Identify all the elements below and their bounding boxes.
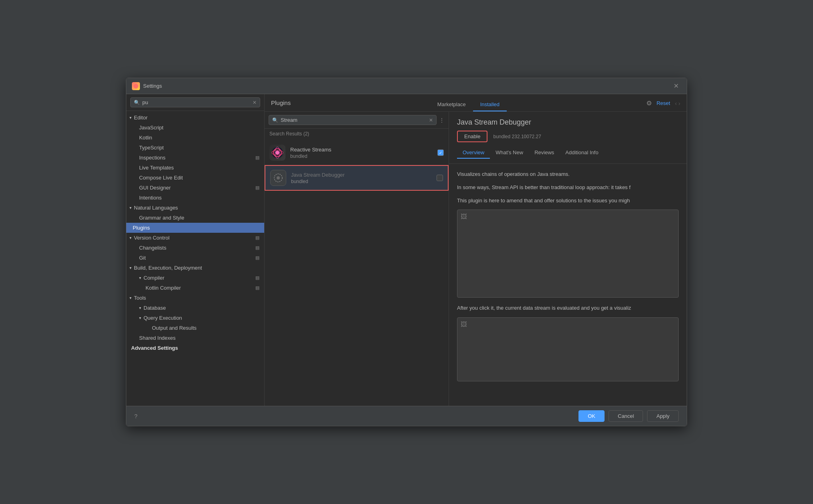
detail-panel: Java Stream Debugger Enable bundled 232.… [449,112,687,406]
sidebar-item-compose-live-edit[interactable]: Compose Live Edit [126,173,264,183]
sidebar-item-intentions[interactable]: Intentions [126,193,264,203]
chevron-down-icon: ▾ [139,276,141,280]
sidebar-item-output-results[interactable]: Output and Results [126,323,264,333]
sidebar-item-typescript[interactable]: TypeScript [126,143,264,153]
tab-additional-info[interactable]: Additional Info [560,147,604,159]
sidebar-item-label: Shared Indexes [139,335,176,341]
title-bar: Settings ✕ [126,78,687,94]
sidebar-item-natural-languages[interactable]: ▾ Natural Languages [126,203,264,213]
sidebar-item-kotlin-compiler[interactable]: Kotlin Compiler ▤ [126,283,264,293]
detail-desc2: In some ways, Stream API is better than … [457,183,679,192]
tab-reviews[interactable]: Reviews [529,147,560,159]
help-button[interactable]: ? [134,413,138,419]
plugins-list: Reactive Streams bundled ✓ [265,139,449,406]
chevron-down-icon: ▾ [129,115,131,120]
chevron-down-icon: ▾ [139,316,141,320]
sidebar-search-clear[interactable]: ✕ [253,100,257,105]
nav-arrows: ‹ › [675,100,680,107]
settings-icon: ▤ [255,285,259,290]
sidebar-item-git[interactable]: Git ▤ [126,253,264,263]
sidebar-item-javascript[interactable]: JavaScript [126,123,264,133]
sidebar-item-live-templates[interactable]: Live Templates [126,163,264,173]
settings-icon: ▤ [255,185,259,190]
plugin-name: Java Stream Debugger [291,172,432,178]
sidebar-search-input[interactable] [142,99,250,105]
sidebar-item-label: Compiler [144,275,164,281]
nav-back-arrow[interactable]: ‹ [675,100,677,107]
chevron-down-icon: ▾ [129,266,131,270]
plugin-search-clear[interactable]: ✕ [429,117,433,123]
cancel-button[interactable]: Cancel [609,410,643,422]
sidebar-item-shared-indexes[interactable]: Shared Indexes [126,333,264,343]
plugin-icon-reactive [269,145,285,161]
sidebar-item-label: Advanced Settings [131,345,178,351]
sidebar-item-compiler[interactable]: ▾ Compiler ▤ [126,273,264,283]
sidebar-item-query-execution[interactable]: ▾ Query Execution [126,313,264,323]
reset-button[interactable]: Reset [657,100,670,106]
gear-icon[interactable]: ⚙ [646,99,652,107]
plugins-header: Plugins Marketplace Installed ⚙ Reset ‹ … [265,94,687,112]
sidebar-item-label: JavaScript [139,125,164,131]
sidebar-item-label: Output and Results [152,325,196,331]
sidebar-item-database[interactable]: ▾ Database [126,303,264,313]
plugin-info: Reactive Streams bundled [290,147,433,159]
sidebar-item-label: GUI Designer [139,185,171,191]
detail-desc1: Visualizes chains of operations on Java … [457,170,679,179]
tab-overview[interactable]: Overview [457,147,490,159]
tab-installed[interactable]: Installed [473,98,507,111]
detail-content: Visualizes chains of operations on Java … [449,164,687,406]
sidebar-item-tools[interactable]: ▾ Tools [126,293,264,303]
plugin-search-icon: 🔍 [272,117,278,123]
sidebar-item-editor[interactable]: ▾ Editor [126,113,264,123]
sidebar-item-label: Git [139,255,146,261]
sidebar-item-label: Natural Languages [134,205,178,211]
nav-forward-arrow[interactable]: › [678,100,680,107]
detail-image-1: 🖼 [457,210,679,298]
plugin-name: Reactive Streams [290,147,433,153]
plugin-search-menu[interactable]: ⋮ [439,117,445,123]
plugin-search-input[interactable] [281,117,427,123]
detail-actions: Enable bundled 232.10072.27 [457,131,679,142]
image-icon: 🖼 [461,321,467,328]
plugin-icon-java [270,170,286,186]
sidebar-item-changelists[interactable]: Changelists ▤ [126,243,264,253]
version-text: bundled 232.10072.27 [493,134,541,139]
list-item[interactable]: Java Stream Debugger bundled [265,165,449,191]
sidebar-item-build-exec[interactable]: ▾ Build, Execution, Deployment [126,263,264,273]
sidebar-item-label: Live Templates [139,165,174,171]
tab-whats-new[interactable]: What's New [490,147,529,159]
enable-button[interactable]: Enable [457,131,487,142]
chevron-down-icon: ▾ [129,296,131,300]
settings-icon: ▤ [255,155,259,160]
sidebar-item-label: Database [144,305,166,311]
chevron-down-icon: ▾ [139,306,141,310]
ok-button[interactable]: OK [578,410,605,422]
sidebar-search-icon: 🔍 [134,100,140,105]
sidebar-item-grammar-style[interactable]: Grammar and Style [126,213,264,223]
detail-title: Java Stream Debugger [457,118,679,127]
chevron-down-icon: ▾ [129,236,131,240]
sidebar-item-gui-designer[interactable]: GUI Designer ▤ [126,183,264,193]
title-bar-left: Settings [132,82,162,90]
sidebar-item-version-control[interactable]: ▾ Version Control ▤ [126,233,264,243]
settings-icon: ▤ [255,255,259,260]
sidebar-item-advanced-settings[interactable]: Advanced Settings [126,343,264,353]
sidebar-item-label: TypeScript [139,145,164,151]
sidebar-item-label: Plugins [133,225,150,231]
sidebar-item-plugins[interactable]: Plugins [126,223,264,233]
apply-button[interactable]: Apply [647,410,679,422]
list-item[interactable]: Reactive Streams bundled ✓ [265,141,449,165]
sidebar-item-inspections[interactable]: Inspections ▤ [126,153,264,163]
sidebar-nav: ▾ Editor JavaScript Kotlin TypeScript In… [126,111,264,406]
sidebar-item-kotlin[interactable]: Kotlin [126,133,264,143]
tab-marketplace[interactable]: Marketplace [430,98,473,111]
search-results-label: Search Results (2) [265,129,449,139]
close-button[interactable]: ✕ [671,81,681,91]
plugin-checkbox-java[interactable] [437,175,443,181]
detail-desc3: This plugin is here to amend that and of… [457,197,679,205]
plugin-checkbox-reactive[interactable]: ✓ [437,149,444,156]
plugin-search-bar: 🔍 ✕ ⋮ [265,112,449,129]
sidebar-item-label: Editor [134,115,148,121]
sidebar-item-label: Kotlin Compiler [146,285,181,291]
sidebar-item-label: Version Control [134,235,170,241]
